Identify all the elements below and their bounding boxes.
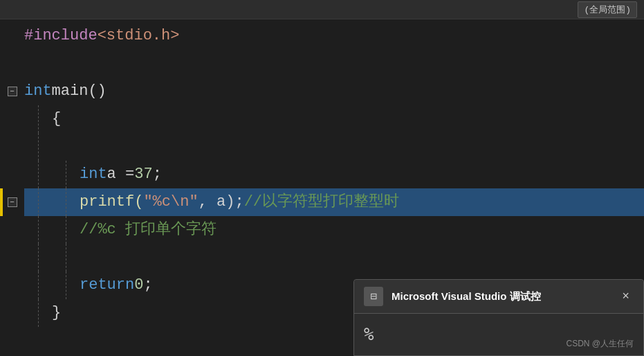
indent-spacer	[24, 216, 52, 244]
code-token: int	[80, 161, 107, 188]
code-line: −int main()	[0, 78, 644, 105]
indent-guide-vertical	[38, 272, 39, 299]
code-line: −printf("%c\n", a); //以字符型打印整型时	[0, 188, 644, 216]
line-content: {	[52, 105, 644, 133]
line-gutter	[0, 22, 24, 50]
indent-spacer	[24, 133, 52, 161]
top-bar: (全局范围)	[0, 0, 644, 19]
line-content: //%c 打印单个字符	[80, 216, 644, 244]
code-token: ;	[143, 272, 152, 299]
code-line: {	[0, 105, 644, 133]
line-gutter: −	[0, 188, 24, 216]
notification-body: % CSDN @人生任何	[354, 314, 643, 355]
indent-spacer	[52, 188, 80, 216]
code-token: {	[52, 105, 61, 133]
scope-dropdown[interactable]: (全局范围)	[578, 1, 637, 18]
indent-guide-vertical	[66, 188, 66, 216]
code-line: //%c 打印单个字符	[0, 216, 644, 244]
indent-spacer	[52, 216, 80, 244]
line-gutter	[0, 133, 24, 161]
line-gutter: −	[0, 78, 24, 105]
line-gutter	[0, 50, 24, 78]
code-token: "%c\n"	[143, 188, 198, 216]
indent-spacer	[24, 244, 52, 272]
line-content	[24, 50, 644, 78]
line-gutter	[0, 299, 24, 327]
notification-close-button[interactable]: ×	[618, 288, 634, 305]
code-token: 37	[134, 161, 152, 188]
notification-credit: CSDN @人生任何	[566, 338, 634, 350]
code-token: #include	[24, 22, 98, 50]
code-token: <stdio.h>	[98, 22, 180, 50]
indent-guide-vertical	[66, 272, 66, 299]
indent-spacer	[52, 244, 80, 272]
code-token: //以字符型打印整型时	[244, 188, 399, 216]
editor-area: (全局范围) #include <stdio.h>−int main(){int…	[0, 0, 644, 356]
indent-guide-vertical	[38, 133, 39, 161]
line-content: int main()	[24, 78, 644, 105]
indent-guide-vertical	[38, 299, 39, 327]
line-content: int a = 37;	[80, 161, 644, 188]
indent-spacer	[24, 272, 52, 299]
code-line	[0, 133, 644, 161]
code-token: //%c 打印单个字符	[80, 216, 217, 244]
notification-title: Microsoft Visual Studio 调试控	[392, 290, 618, 303]
notification-percent: %	[364, 325, 374, 344]
code-token: return	[80, 272, 134, 299]
line-content: printf("%c\n", a); //以字符型打印整型时	[80, 188, 644, 216]
line-content: #include <stdio.h>	[24, 22, 644, 50]
code-token: }	[52, 299, 61, 327]
line-gutter	[0, 244, 24, 272]
indent-guide-vertical	[66, 216, 66, 244]
collapse-button[interactable]: −	[8, 197, 17, 207]
code-line	[0, 50, 644, 78]
indent-guide-vertical	[66, 244, 66, 272]
line-content	[52, 133, 644, 161]
indent-guide-vertical	[66, 161, 66, 188]
collapse-button[interactable]: −	[8, 87, 17, 96]
indent-guide-vertical	[38, 244, 39, 272]
code-token: ;	[153, 161, 162, 188]
indent-spacer	[24, 299, 52, 327]
notification-header: ⊟ Microsoft Visual Studio 调试控 ×	[354, 280, 643, 314]
line-content	[80, 244, 644, 272]
notification-icon-symbol: ⊟	[370, 290, 377, 303]
indent-spacer	[52, 272, 80, 299]
indent-guide-vertical	[38, 161, 39, 188]
indent-spacer	[24, 105, 52, 133]
notification-panel: ⊟ Microsoft Visual Studio 调试控 × % CSDN @…	[353, 279, 644, 356]
indent-guide-vertical	[38, 188, 39, 216]
indent-guide-vertical	[38, 216, 39, 244]
indent-spacer	[52, 161, 80, 188]
code-token: a =	[107, 161, 135, 188]
code-token: int	[24, 78, 52, 105]
yellow-marker	[0, 188, 3, 216]
line-gutter	[0, 216, 24, 244]
indent-spacer	[24, 161, 52, 188]
notification-icon: ⊟	[364, 287, 383, 306]
indent-guide-vertical	[38, 105, 39, 133]
code-token: main()	[52, 78, 107, 105]
line-gutter	[0, 161, 24, 188]
code-token: printf(	[80, 188, 143, 216]
indent-spacer	[24, 188, 52, 216]
code-token: 0	[134, 272, 143, 299]
line-gutter	[0, 272, 24, 299]
code-line: #include <stdio.h>	[0, 22, 644, 50]
code-token: , a);	[199, 188, 244, 216]
code-line: int a = 37;	[0, 161, 644, 188]
code-line	[0, 244, 644, 272]
line-gutter	[0, 105, 24, 133]
